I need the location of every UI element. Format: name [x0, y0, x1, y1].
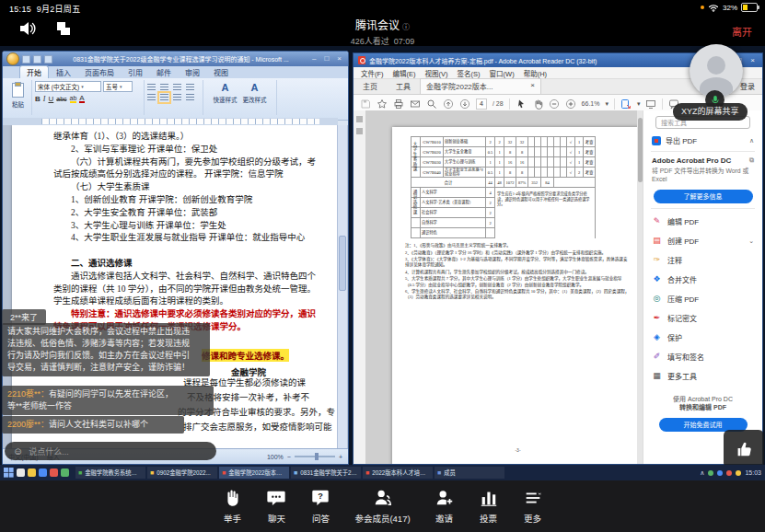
- quick-styles-button[interactable]: A 快速样式: [214, 81, 238, 114]
- acrobat-menu-item[interactable]: 视图(V): [425, 68, 448, 78]
- word-ribbon-tab[interactable]: 邮件: [150, 66, 178, 78]
- align-left-icon[interactable]: [147, 94, 156, 101]
- word-ribbon-tab[interactable]: 视图: [207, 66, 235, 78]
- acrobat-menu-item[interactable]: 签名(S): [458, 68, 481, 78]
- change-styles-button[interactable]: A 更改样式: [243, 81, 267, 114]
- thumbs-up-reaction[interactable]: [724, 430, 764, 468]
- font-name-select[interactable]: 宋体 (中文正文)▾: [35, 81, 101, 92]
- tool-expand-icon[interactable]: ⌄: [748, 237, 754, 245]
- word-ribbon-tab[interactable]: 开始: [19, 65, 49, 78]
- sort-icon[interactable]: [186, 84, 194, 91]
- office-button-icon[interactable]: [6, 52, 19, 65]
- justify-icon[interactable]: [186, 94, 194, 101]
- collapse-icon[interactable]: ∧: [749, 137, 754, 145]
- taskbar-window-button[interactable]: 0831金融学院关于20...: [291, 467, 361, 479]
- acrobat-menu-item[interactable]: 文件(F): [361, 68, 384, 78]
- tray-expand-icon[interactable]: ∧: [700, 469, 704, 477]
- info-icon[interactable]: ⓘ: [402, 23, 410, 31]
- highlight-color-button[interactable]: ab: [70, 95, 77, 103]
- sidebar-tool[interactable]: ◈ 保护: [643, 328, 762, 347]
- sidebar-tool[interactable]: ✑ 注释: [643, 250, 762, 270]
- pdf-page[interactable]: GW7B010 创新创业基础 223232 √1考查 GW7B020: [392, 127, 643, 464]
- word-ribbon-tab[interactable]: 引用: [122, 66, 149, 78]
- word-vertical-scrollbar[interactable]: [337, 125, 347, 449]
- print-icon[interactable]: [393, 98, 404, 110]
- tab-document[interactable]: 金融学院2022版本... ×: [420, 78, 541, 94]
- align-center-icon[interactable]: [160, 94, 168, 101]
- display-settings-icon[interactable]: [645, 98, 656, 110]
- export-dropdown-icon[interactable]: ▾: [637, 100, 641, 108]
- word-maximize-button[interactable]: □: [321, 55, 331, 63]
- bookmarks-panel-icon[interactable]: [356, 116, 363, 122]
- more-button[interactable]: 更多: [523, 488, 543, 525]
- taskbar-window-button[interactable]: 2022版本科人才培养...: [363, 467, 433, 479]
- thumbnails-panel-icon[interactable]: [356, 128, 363, 134]
- taskbar-pinned-icon[interactable]: [39, 468, 47, 477]
- acrobat-menu-item[interactable]: 编辑(E): [393, 68, 416, 78]
- number-list-icon[interactable]: [160, 84, 168, 91]
- acrobat-navigation-rail[interactable]: [354, 110, 366, 464]
- word-ribbon-tab[interactable]: 审阅: [179, 66, 206, 78]
- tray-icon[interactable]: [717, 470, 723, 476]
- bold-button[interactable]: B: [35, 95, 41, 103]
- tab-home[interactable]: 主页: [354, 79, 387, 94]
- export-pdf-icon[interactable]: [620, 98, 632, 110]
- tab-tools[interactable]: 工具: [387, 79, 420, 94]
- taskbar-window-button[interactable]: 0902金融学院2022...: [147, 467, 217, 479]
- star-icon[interactable]: [377, 98, 388, 110]
- taskbar-window-button[interactable]: 金融学院教务系统培养方...: [75, 467, 145, 479]
- sidebar-tool[interactable]: ◎ 压缩 PDF: [643, 289, 762, 308]
- tray-icon[interactable]: [726, 470, 732, 476]
- page-number-input[interactable]: 4: [476, 98, 487, 110]
- clipboard-group[interactable]: 粘贴: [5, 80, 32, 115]
- taskbar-pinned-icon[interactable]: [50, 468, 58, 477]
- paste-icon[interactable]: [12, 83, 24, 98]
- scrollbar-thumb[interactable]: [339, 236, 346, 291]
- strikethrough-button[interactable]: abc: [56, 96, 66, 102]
- zoom-in-icon[interactable]: [565, 98, 576, 110]
- acrobat-close-button[interactable]: ×: [748, 56, 758, 64]
- export-pdf-tool[interactable]: 导出 PDF ∧: [643, 133, 762, 148]
- acrobat-menu-item[interactable]: 帮助(H): [524, 68, 547, 78]
- previous-page-icon[interactable]: [443, 98, 454, 110]
- save-icon[interactable]: [360, 98, 371, 110]
- select-tool-icon[interactable]: [516, 98, 527, 110]
- tray-icon[interactable]: [708, 470, 713, 476]
- search-icon[interactable]: [426, 98, 437, 110]
- qa-button[interactable]: ? 问答: [310, 488, 330, 525]
- next-page-icon[interactable]: [459, 98, 470, 110]
- sidebar-tool[interactable]: ▦ 更多工具: [643, 366, 762, 386]
- font-size-select[interactable]: 五号▾: [103, 81, 133, 92]
- chat-input[interactable]: ☺ 说点什么...: [5, 442, 216, 460]
- tab-close-icon[interactable]: ×: [530, 81, 535, 91]
- poll-button[interactable]: 投票: [479, 488, 499, 525]
- undo-icon[interactable]: [33, 55, 41, 64]
- word-ribbon-tab[interactable]: 插入: [50, 66, 77, 78]
- sidebar-tool[interactable]: ✐ 填写和签名: [643, 347, 762, 366]
- word-close-button[interactable]: ×: [334, 55, 344, 63]
- participants-button[interactable]: 参会成员(417): [354, 488, 410, 525]
- indent-icon[interactable]: [173, 84, 181, 91]
- sidebar-tool[interactable]: ✒ 标记密文: [643, 308, 762, 328]
- emoji-icon[interactable]: ☺: [13, 446, 23, 457]
- zoom-in-button[interactable]: +: [339, 454, 342, 460]
- zoom-level[interactable]: 66.1%: [582, 100, 600, 107]
- bullet-list-icon[interactable]: [147, 84, 156, 91]
- chat-button[interactable]: 聊天: [266, 488, 286, 525]
- underline-button[interactable]: U: [48, 95, 53, 103]
- hand-tool-icon[interactable]: [532, 98, 543, 110]
- taskbar-pinned-icon[interactable]: [17, 468, 25, 477]
- save-icon[interactable]: [22, 55, 30, 64]
- leave-meeting-button[interactable]: 离开: [732, 24, 752, 39]
- taskbar-pinned-icon[interactable]: [28, 468, 36, 477]
- zoom-slider[interactable]: [295, 456, 335, 457]
- tray-icon[interactable]: [736, 470, 741, 476]
- sidebar-tool[interactable]: ❖ 合并文件: [643, 270, 762, 289]
- pdf-canvas[interactable]: GW7B010 创新创业基础 223232 √1考查 GW7B020: [365, 110, 643, 464]
- font-color-button[interactable]: A: [79, 95, 84, 103]
- zoom-dropdown-icon[interactable]: ▾: [605, 100, 609, 108]
- acrobat-menu-item[interactable]: 窗口(W): [490, 68, 515, 78]
- italic-button[interactable]: I: [43, 95, 46, 103]
- word-zoom-level[interactable]: 100%: [267, 454, 284, 460]
- start-button-icon[interactable]: [4, 468, 14, 478]
